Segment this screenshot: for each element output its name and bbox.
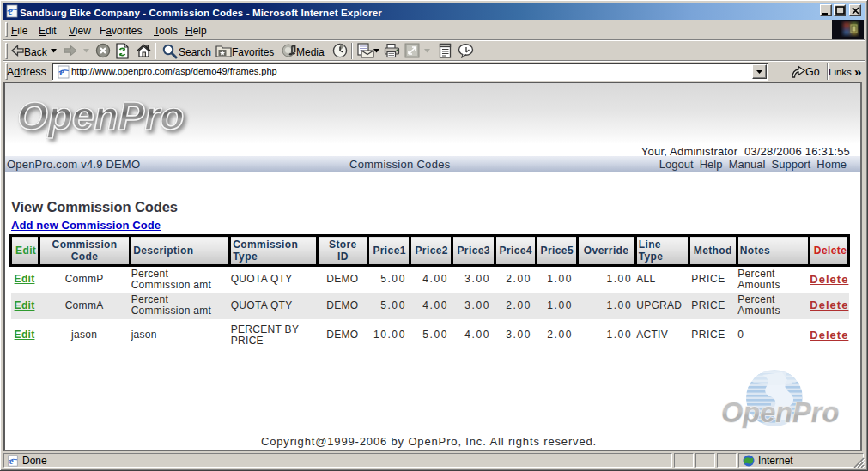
svg-text:OpenPro: OpenPro: [721, 397, 839, 428]
svg-text:e: e: [8, 5, 13, 17]
svg-text:e: e: [9, 456, 14, 466]
svg-text:e: e: [59, 66, 64, 78]
